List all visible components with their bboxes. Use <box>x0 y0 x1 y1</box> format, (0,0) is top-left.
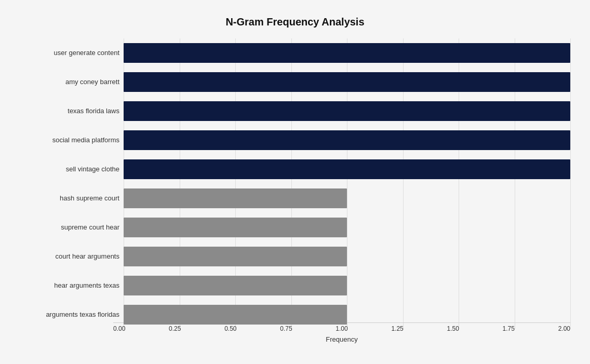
x-tick-1: 0.25 <box>169 325 181 332</box>
bar-1 <box>124 72 570 92</box>
y-label-1: amy coney barrett <box>20 69 119 95</box>
bar-row-0 <box>124 42 570 64</box>
bar-row-1 <box>124 71 570 93</box>
bar-0 <box>124 43 570 63</box>
bar-row-2 <box>124 100 570 122</box>
y-axis-labels: user generate contentamy coney barrettte… <box>20 38 124 329</box>
x-axis-area: 0.000.250.500.751.001.251.501.752.00 Fre… <box>113 322 570 343</box>
y-label-9: arguments texas floridas <box>20 302 119 328</box>
x-tick-8: 2.00 <box>558 325 570 332</box>
chart-container: N-Gram Frequency Analysis user generate … <box>9 6 581 359</box>
bar-row-7 <box>124 246 570 267</box>
y-label-0: user generate content <box>20 40 119 66</box>
x-tick-0: 0.00 <box>113 325 125 332</box>
bar-6 <box>124 218 347 237</box>
y-label-2: texas florida laws <box>20 98 119 124</box>
x-tick-3: 0.75 <box>280 325 292 332</box>
bar-row-8 <box>124 275 570 296</box>
bar-row-3 <box>124 129 570 151</box>
bar-row-4 <box>124 158 570 180</box>
bar-row-6 <box>124 217 570 238</box>
chart-area: user generate contentamy coney barrettte… <box>20 38 570 329</box>
bar-row-5 <box>124 187 570 209</box>
bar-9 <box>124 305 347 325</box>
y-label-7: court hear arguments <box>20 244 119 269</box>
bar-3 <box>124 130 570 150</box>
y-label-3: social media platforms <box>20 127 119 153</box>
bar-8 <box>124 276 347 295</box>
bar-row-9 <box>124 304 570 326</box>
bar-7 <box>124 247 347 266</box>
x-tick-6: 1.50 <box>447 325 459 332</box>
y-label-6: supreme court hear <box>20 214 119 240</box>
grid-line-8 <box>570 38 571 329</box>
x-tick-7: 1.75 <box>503 325 515 332</box>
chart-title: N-Gram Frequency Analysis <box>20 16 570 28</box>
x-axis-labels: 0.000.250.500.751.001.251.501.752.00 <box>113 325 570 332</box>
x-axis-title: Frequency <box>113 335 570 343</box>
bar-5 <box>124 188 347 208</box>
bars-grid <box>124 38 570 329</box>
x-tick-2: 0.50 <box>224 325 236 332</box>
x-tick-5: 1.25 <box>391 325 403 332</box>
y-label-4: sell vintage clothe <box>20 156 119 182</box>
x-tick-4: 1.00 <box>336 325 347 332</box>
y-label-8: hear arguments texas <box>20 273 119 299</box>
y-label-5: hash supreme court <box>20 185 119 211</box>
bar-4 <box>124 159 570 179</box>
bar-2 <box>124 101 570 121</box>
